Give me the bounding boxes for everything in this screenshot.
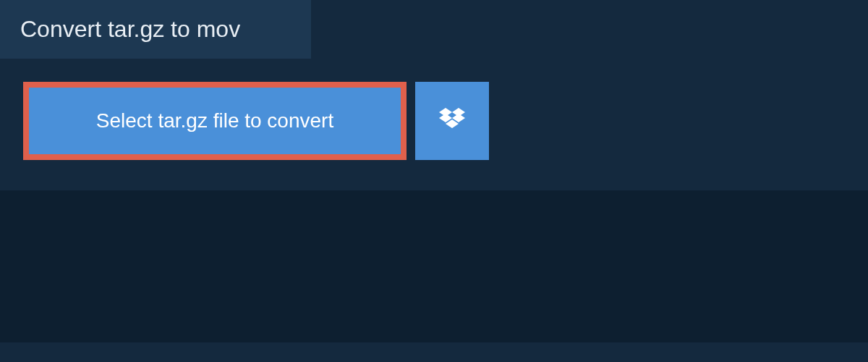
page-title-tab: Convert tar.gz to mov xyxy=(0,0,311,59)
select-file-label: Select tar.gz file to convert xyxy=(96,109,333,132)
bottom-panel xyxy=(0,190,868,342)
dropbox-icon xyxy=(439,108,465,134)
file-select-row: Select tar.gz file to convert xyxy=(23,82,868,160)
page-title: Convert tar.gz to mov xyxy=(20,16,240,42)
select-file-button[interactable]: Select tar.gz file to convert xyxy=(23,82,407,160)
dropbox-button[interactable] xyxy=(415,82,489,160)
